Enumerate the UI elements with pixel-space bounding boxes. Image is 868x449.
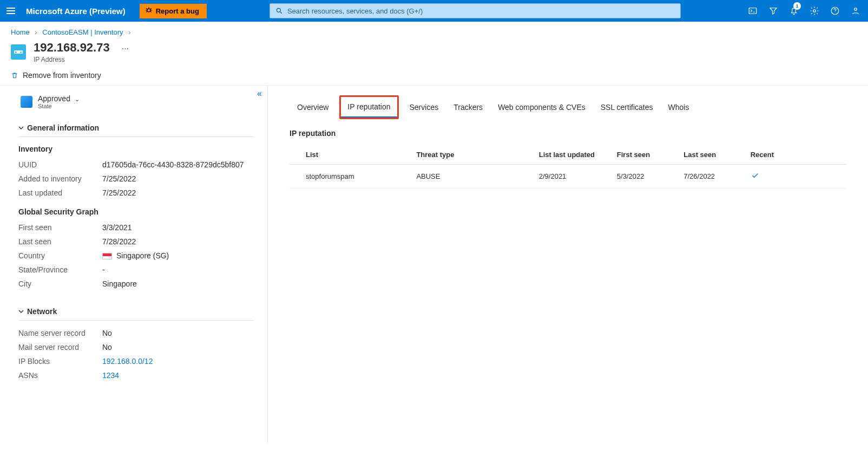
notification-badge: 1	[793, 2, 801, 10]
tab-ip-reputation[interactable]: IP reputation	[341, 97, 397, 118]
ipblocks-link[interactable]: 192.168.0.0/12	[102, 357, 254, 366]
remove-from-inventory-button[interactable]: Remove from inventory	[11, 71, 101, 80]
resource-icon	[11, 44, 26, 60]
col-first-seen: First seen	[613, 145, 679, 165]
cloud-shell-button[interactable]	[744, 0, 762, 22]
bug-icon	[145, 6, 153, 16]
help-icon	[830, 6, 840, 16]
section-general-header[interactable]: General information	[18, 118, 254, 137]
city-value: Singapore	[102, 279, 254, 288]
added-value: 7/25/2022	[102, 174, 254, 183]
section-network-header[interactable]: Network	[18, 302, 254, 321]
inventory-header: Inventory	[18, 145, 254, 153]
chevron-down-icon	[18, 125, 24, 131]
state-selector[interactable]: Approved ⌄ State	[18, 92, 254, 118]
state-value: Approved	[38, 94, 70, 103]
col-last-seen: Last seen	[679, 145, 746, 165]
main-panel: Overview IP reputation Services Trackers…	[268, 86, 868, 443]
search-icon	[275, 7, 283, 15]
cell-updated: 2/9/2021	[535, 165, 613, 188]
cell-first: 5/3/2022	[613, 165, 679, 188]
svg-point-5	[854, 8, 857, 11]
asn-link[interactable]: 1234	[102, 371, 254, 380]
section-network-label: Network	[27, 307, 57, 316]
state-icon	[21, 96, 32, 108]
cell-last: 7/26/2022	[679, 165, 746, 188]
page-title: 192.168.92.73	[34, 41, 110, 55]
ipblocks-label: IP Blocks	[18, 357, 102, 366]
uuid-value: d17605da-76cc-4430-8328-8729dc5bf807	[102, 160, 254, 169]
notifications-button[interactable]: 1	[785, 0, 803, 22]
chevron-right-icon: ›	[35, 28, 37, 36]
uuid-label: UUID	[18, 160, 102, 169]
cloud-shell-icon	[748, 6, 758, 16]
chevron-right-icon: ›	[128, 28, 130, 36]
help-button[interactable]	[826, 0, 844, 22]
search-placeholder: Search resources, services, and docs (G+…	[287, 7, 423, 15]
chevron-down-icon	[18, 309, 24, 314]
country-label: Country	[18, 251, 102, 260]
cell-recent	[746, 165, 846, 188]
tab-ssl-certificates[interactable]: SSL certificates	[593, 96, 661, 119]
settings-button[interactable]	[805, 0, 824, 22]
reputation-table: List Threat type List last updated First…	[290, 145, 846, 188]
cell-list: stopforumspam	[290, 165, 412, 188]
ns-value: No	[102, 329, 254, 337]
mail-value: No	[102, 343, 254, 352]
command-bar: Remove from inventory	[0, 68, 868, 86]
svg-point-1	[277, 8, 280, 12]
gear-icon	[810, 6, 819, 16]
flag-sg-icon	[102, 253, 112, 259]
brand-label: Microsoft Azure (Preview)	[22, 6, 126, 16]
highlighted-tab-frame: IP reputation	[339, 95, 398, 119]
check-icon	[751, 171, 759, 180]
tab-whois[interactable]: Whois	[660, 96, 696, 119]
person-icon	[851, 6, 860, 16]
directory-button[interactable]	[764, 0, 782, 22]
first-seen-value: 3/3/2021	[102, 223, 254, 232]
added-label: Added to inventory	[18, 174, 102, 183]
mail-label: Mail server record	[18, 343, 102, 352]
remove-label: Remove from inventory	[23, 71, 101, 80]
details-pane: « Approved ⌄ State General information I…	[0, 86, 268, 443]
section-general-label: General information	[27, 123, 99, 132]
col-threat-type: Threat type	[412, 145, 534, 165]
svg-point-0	[147, 9, 150, 12]
tab-services[interactable]: Services	[402, 96, 446, 119]
tab-trackers[interactable]: Trackers	[446, 96, 490, 119]
col-list: List	[290, 145, 412, 165]
state-caption: State	[38, 103, 80, 109]
col-recent: Recent	[746, 145, 846, 165]
page-header: 192.168.92.73 IP Address ···	[0, 41, 868, 68]
report-bug-button[interactable]: Report a bug	[140, 4, 207, 18]
search-input[interactable]: Search resources, services, and docs (G+…	[269, 3, 681, 18]
chevron-down-icon: ⌄	[75, 96, 80, 102]
updated-label: Last updated	[18, 188, 102, 197]
gsg-header: Global Security Graph	[18, 207, 254, 216]
cell-threat: ABUSE	[412, 165, 534, 188]
country-value: Singapore (SG)	[102, 251, 254, 260]
menu-toggle-button[interactable]	[3, 3, 18, 18]
panel-title: IP reputation	[290, 129, 846, 138]
trash-icon	[11, 71, 18, 79]
breadcrumb: Home › ContosoEASM | Inventory ›	[0, 22, 868, 41]
report-bug-label: Report a bug	[156, 7, 199, 15]
feedback-button[interactable]	[846, 0, 865, 22]
table-row[interactable]: stopforumspam ABUSE 2/9/2021 5/3/2022 7/…	[290, 165, 846, 188]
breadcrumb-inventory[interactable]: ContosoEASM | Inventory	[42, 28, 123, 36]
first-seen-label: First seen	[18, 223, 102, 232]
topbar: Microsoft Azure (Preview) Report a bug S…	[0, 0, 868, 22]
breadcrumb-home[interactable]: Home	[11, 28, 30, 36]
more-actions-button[interactable]: ···	[122, 44, 129, 54]
stateprov-label: State/Province	[18, 265, 102, 274]
ns-label: Name server record	[18, 329, 102, 337]
tab-web-components[interactable]: Web components & CVEs	[490, 96, 593, 119]
filter-icon	[768, 6, 778, 16]
stateprov-value: -	[102, 265, 254, 274]
city-label: City	[18, 279, 102, 288]
tab-bar: Overview IP reputation Services Trackers…	[290, 95, 846, 119]
asn-label: ASNs	[18, 371, 102, 380]
last-seen-value: 7/28/2022	[102, 237, 254, 246]
tab-overview[interactable]: Overview	[290, 96, 336, 119]
collapse-pane-button[interactable]: «	[257, 89, 262, 99]
